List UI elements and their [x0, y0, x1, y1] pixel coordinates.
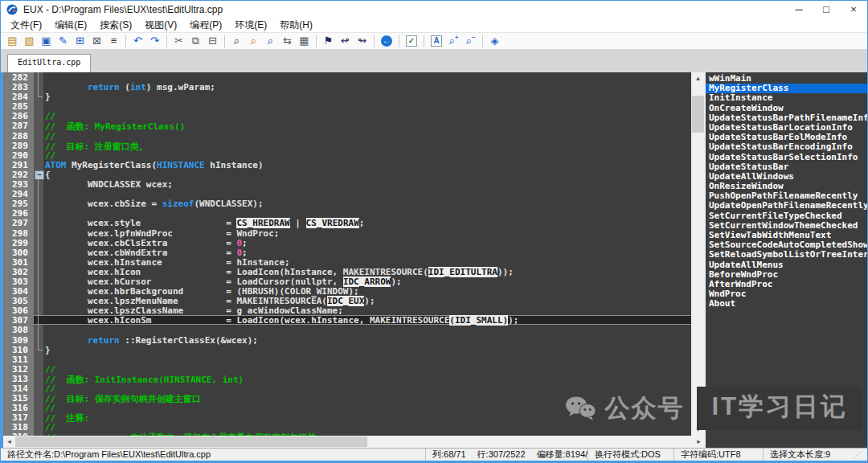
minimize-button[interactable]: ─ — [785, 1, 813, 18]
status-line: 行:307/2522 — [477, 449, 526, 461]
code-text — [43, 325, 45, 334]
maximize-button[interactable]: □ — [813, 1, 840, 18]
about-button[interactable]: ◈ — [486, 33, 503, 49]
function-list-item[interactable]: InitInstance — [706, 93, 867, 103]
function-list-item[interactable]: PushOpenPathFilenameRecently — [706, 191, 867, 201]
tab-editultra-cpp[interactable]: EditUltra.cpp — [7, 54, 91, 72]
line-number: 285 — [3, 101, 34, 111]
fold-margin — [34, 101, 43, 111]
fold-margin — [34, 267, 43, 277]
menu-program[interactable]: 编程(P) — [183, 18, 228, 32]
function-list-item[interactable]: SetReloadSymbolListOrTreeInterva — [706, 250, 867, 260]
code-line: 282 — [3, 72, 691, 82]
close-file-button[interactable]: ⊠ — [88, 33, 105, 49]
find-next-button[interactable]: ⌕ — [262, 33, 279, 49]
function-list-item[interactable]: OnCreateWindow — [706, 104, 867, 113]
horizontal-scrollbar[interactable]: ◂ ▸ — [3, 436, 705, 448]
menu-help[interactable]: 帮助(H) — [273, 18, 319, 32]
back-button[interactable]: ← — [381, 35, 392, 47]
vertical-scroll-thumb[interactable] — [692, 96, 704, 133]
code-line: 288// — [3, 131, 691, 141]
menu-edit[interactable]: 编辑(E) — [48, 18, 93, 32]
save-all-button[interactable]: ⊞ — [72, 33, 88, 49]
function-list-item[interactable]: SetSourceCodeAutoCompletedShowAf — [706, 240, 867, 250]
tab-bar: EditUltra.cpp — [1, 50, 867, 72]
save-as-button[interactable]: ✎ — [55, 33, 72, 49]
function-list-item[interactable]: UpdateStatusBarEolModeInfo — [706, 133, 867, 142]
undo-button[interactable]: ↶ — [129, 33, 146, 49]
code-text: } — [43, 345, 51, 354]
scroll-up-arrow-icon[interactable]: ▴ — [691, 72, 705, 84]
cut-button[interactable]: ✂ — [170, 33, 187, 49]
function-list-item[interactable]: UpdateStatusBarLocationInfo — [706, 123, 867, 133]
menu-search[interactable]: 搜索(S) — [93, 18, 138, 32]
code-editor[interactable]: 282283 return (int) msg.wParam;284}28528… — [3, 72, 691, 436]
find-prev-button[interactable]: ⌕ — [245, 33, 262, 49]
open-file-button[interactable]: ▧ — [21, 33, 38, 49]
line-number: 293 — [3, 179, 34, 189]
line-number: 296 — [3, 208, 34, 218]
new-file-button[interactable]: ▤ — [4, 33, 21, 49]
checklist-button[interactable]: ✓ — [406, 35, 417, 47]
scroll-right-arrow-icon[interactable]: ▸ — [693, 436, 705, 448]
function-list-item[interactable]: SetCurrentWindowThemeChecked — [706, 221, 867, 231]
function-list-item[interactable]: SetViewTabWidthMenuText — [706, 231, 867, 240]
function-list-item[interactable]: wWinMain — [706, 74, 867, 84]
resize-grip[interactable]: ⋰ — [854, 451, 861, 459]
code-text — [43, 72, 45, 82]
menu-file[interactable]: 文件(F) — [4, 18, 48, 32]
code-line: 309 return ::RegisterClassEx(&wcex); — [3, 335, 691, 345]
bookmark-button[interactable]: ⚑ — [320, 33, 337, 49]
prev-bookmark-button[interactable]: ↫ — [337, 33, 354, 49]
paste-button[interactable]: ⊟ — [204, 33, 221, 49]
function-list-item[interactable]: UpdateStatusBarSelectionInfo — [706, 153, 867, 162]
fold-toggle-icon[interactable] — [34, 170, 43, 179]
function-list-item[interactable]: WndProc — [706, 289, 867, 299]
scroll-left-arrow-icon[interactable]: ◂ — [3, 436, 15, 448]
file-list-button[interactable]: ≡ — [105, 33, 122, 49]
function-list-item[interactable]: UpdateOpenPathFilenameRecently — [706, 201, 867, 211]
line-number: 300 — [3, 248, 34, 257]
line-number: 314 — [3, 383, 34, 393]
replace-in-files-button[interactable]: ▦ — [296, 33, 313, 49]
function-list-item[interactable]: About — [706, 299, 867, 309]
code-text: ATOM MyRegisterClass(HINSTANCE hInstance… — [43, 160, 264, 170]
fold-margin — [34, 199, 43, 208]
function-list-item[interactable]: UpdateStatusBar — [706, 162, 867, 172]
code-text: { — [43, 170, 51, 179]
next-bookmark-button[interactable]: ↬ — [354, 33, 371, 49]
function-list-item[interactable]: AfterWndProc — [706, 280, 867, 289]
fold-margin — [34, 228, 43, 238]
code-line: 297 wcex.style = CS_HREDRAW | CS_VREDRAW… — [3, 218, 691, 227]
function-list-item[interactable]: OnResizeWindow — [706, 182, 867, 191]
function-list-item[interactable]: UpdateStatusBarPathFilenameInfo — [706, 113, 867, 123]
function-list-item[interactable]: BeforeWndProc — [706, 270, 867, 280]
zoom-out-button[interactable]: ⌕⁻ — [462, 33, 479, 49]
close-button[interactable]: × — [840, 1, 867, 18]
horizontal-scroll-track[interactable] — [15, 436, 693, 448]
main-content: 282283 return (int) msg.wParam;284}28528… — [1, 72, 867, 448]
code-text — [43, 101, 45, 111]
redo-button[interactable]: ↷ — [146, 33, 163, 49]
function-list-item[interactable]: UpdateStatusBarEncodingInfo — [706, 142, 867, 152]
menu-view[interactable]: 视图(V) — [138, 18, 183, 32]
vertical-scroll-track[interactable] — [691, 84, 705, 424]
function-list-item[interactable]: UpdateAllWindows — [706, 172, 867, 182]
copy-button[interactable]: ⧉ — [187, 33, 204, 49]
horizontal-scroll-thumb[interactable] — [15, 436, 367, 447]
vertical-scrollbar[interactable]: ▴ ▾ — [691, 72, 705, 436]
function-list-item[interactable]: UpdateAllMenus — [706, 260, 867, 270]
code-line: 298 wcex.lpfnWndProc = WndProc; — [3, 228, 691, 238]
function-list-item[interactable]: MyRegisterClass — [706, 84, 867, 93]
syntax-color-button[interactable]: A — [431, 35, 442, 47]
line-number: 302 — [3, 267, 34, 277]
code-text: wcex.hbrBackground = (HBRUSH)(COLOR_WIND… — [43, 286, 359, 296]
function-list-item[interactable]: SetCurrentFileTypeChecked — [706, 211, 867, 221]
find-button[interactable]: ⌕ — [228, 33, 245, 49]
replace-button[interactable]: ⇆ — [279, 33, 296, 49]
zoom-in-button[interactable]: ⌕⁺ — [445, 33, 462, 49]
save-button[interactable]: ▣ — [38, 33, 55, 49]
fold-margin — [34, 345, 43, 354]
code-line: 304 wcex.hbrBackground = (HBRUSH)(COLOR_… — [3, 286, 691, 296]
menu-environment[interactable]: 环境(E) — [228, 18, 273, 32]
